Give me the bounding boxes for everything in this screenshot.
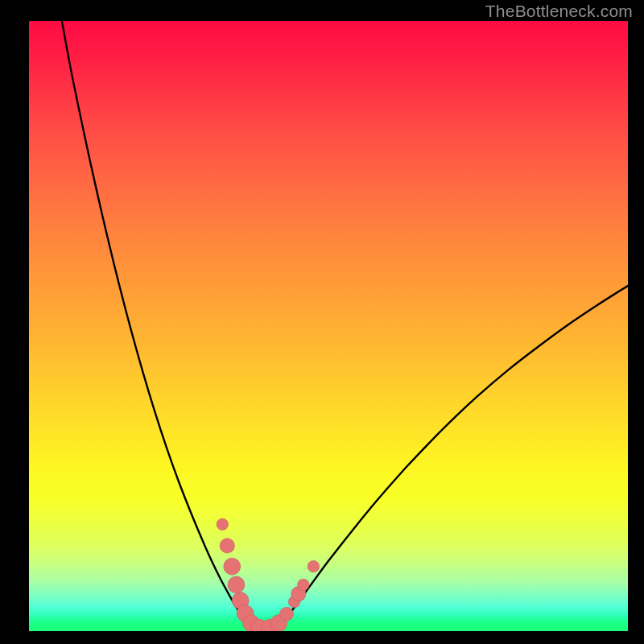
curve-marker — [279, 607, 293, 621]
curve-marker — [224, 558, 241, 575]
curve-svg — [29, 21, 628, 631]
chart-frame: TheBottleneck.com — [0, 0, 644, 644]
plot-area — [29, 21, 628, 631]
curve-marker — [308, 560, 319, 572]
curve-marker — [220, 539, 234, 553]
bottleneck-curve — [62, 21, 628, 630]
watermark-text: TheBottleneck.com — [485, 2, 633, 21]
curve-marker — [298, 579, 309, 590]
curve-markers — [217, 518, 319, 631]
curve-marker — [217, 518, 228, 530]
curve-marker — [228, 576, 245, 593]
